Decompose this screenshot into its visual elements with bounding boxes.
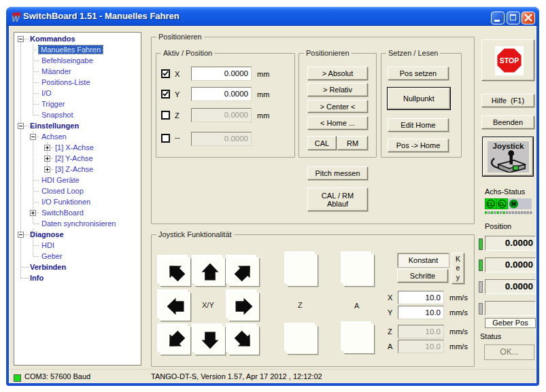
svg-text:W: W (12, 14, 20, 24)
svg-text:STOP: STOP (500, 56, 519, 65)
svg-text:M: M (511, 200, 516, 207)
svg-text:CL: CL (488, 202, 494, 207)
svg-text:CL: CL (499, 202, 505, 207)
